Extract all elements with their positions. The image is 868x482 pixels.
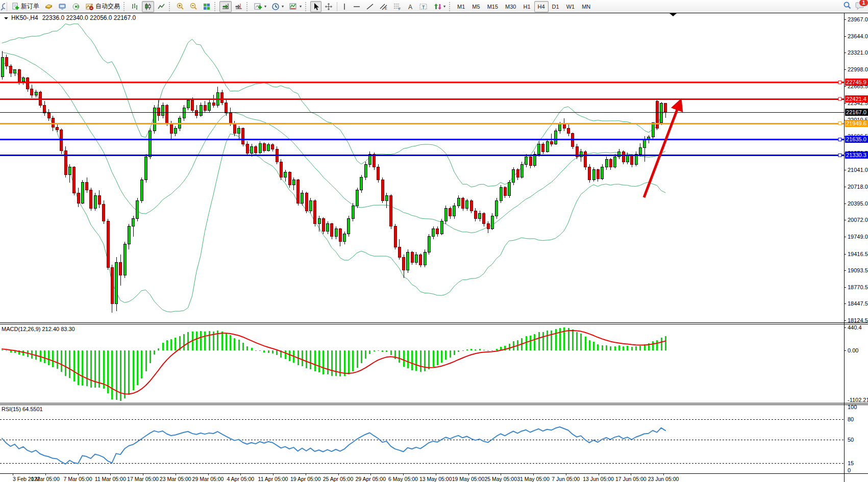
fibonacci-tool-button[interactable]: F	[391, 1, 404, 12]
indicators-icon	[254, 3, 262, 11]
templates-button[interactable]: ▾	[287, 1, 304, 12]
hline-price-tag[interactable]: 22421.4	[845, 95, 868, 103]
text-icon: A	[407, 3, 414, 11]
bar-chart-type-button[interactable]	[129, 1, 141, 12]
autotrading-icon	[85, 3, 94, 11]
timeframe-button-m15[interactable]: M15	[484, 1, 502, 12]
notification-icon[interactable]: 1	[855, 1, 865, 12]
horizontal-line-tool-button[interactable]	[351, 1, 363, 12]
fibonacci-icon: F	[393, 3, 402, 11]
cursor-icon	[312, 3, 319, 11]
time-axis-label: 19 May 05:00	[452, 476, 485, 482]
indicators-button[interactable]: ▾	[252, 1, 268, 12]
svg-text:21635.0: 21635.0	[846, 136, 866, 142]
time-axis-label: 4 Apr 05:00	[227, 476, 254, 482]
timeframe-button-d1[interactable]: D1	[549, 1, 563, 12]
line-chart-icon	[157, 3, 165, 11]
timeframe-button-m1[interactable]: M1	[454, 1, 468, 12]
svg-text:E: E	[385, 7, 387, 10]
timeframe-button-h1[interactable]: H1	[519, 1, 534, 12]
equidistant-channel-icon: E	[379, 3, 388, 11]
new-chart-icon[interactable]	[0, 3, 5, 11]
periods-clock-icon	[271, 3, 280, 11]
timeframe-button-mn[interactable]: MN	[578, 1, 594, 12]
timeframe-button-w1[interactable]: W1	[563, 1, 579, 12]
line-chart-type-button[interactable]	[155, 1, 167, 12]
time-axis-label: 31 May 05:00	[517, 476, 550, 482]
svg-text:T: T	[422, 4, 425, 9]
hline-anchor[interactable]	[838, 122, 841, 125]
hline-anchor[interactable]	[838, 154, 841, 157]
rsi-axis-label: 0	[848, 467, 851, 473]
svg-text:21949.6: 21949.6	[846, 120, 866, 126]
new-order-label: 新订单	[21, 2, 39, 11]
cursor-tool-button[interactable]	[310, 1, 321, 12]
price-axis-label: 20718.0	[848, 184, 868, 190]
candlestick-chart-type-button[interactable]	[142, 1, 154, 12]
price-axis-label: 20072.0	[848, 217, 868, 223]
arrows-icon	[433, 3, 441, 11]
hline-anchor[interactable]	[838, 97, 841, 100]
rsi-axis-label: 80	[848, 416, 854, 422]
zoom-out-button[interactable]	[187, 1, 200, 12]
chart-shift-marker[interactable]	[669, 13, 677, 16]
autotrading-label: 自动交易	[95, 2, 120, 11]
chart-ohlc: 22336.0 22340.0 22056.0 22167.0	[42, 14, 136, 21]
hline-price-tag[interactable]: 21330.3	[845, 151, 868, 159]
svg-text:HK50-,H422336.0 22340.0 22056.: HK50-,H422336.0 22340.0 22056.0 22167.0	[11, 14, 136, 21]
svg-text:22745.9: 22745.9	[846, 79, 866, 85]
chevron-down-icon: ▾	[300, 4, 302, 9]
price-axis-label: 23644.0	[848, 33, 868, 39]
vertical-line-icon	[341, 3, 348, 11]
hline-price-tag[interactable]: 22167.0	[845, 109, 868, 116]
timeframe-button-m30[interactable]: M30	[502, 1, 519, 12]
gold-book-icon	[44, 3, 53, 11]
rsi-axis-label: 100	[848, 404, 857, 410]
time-axis-label: 13 Jun 05:00	[583, 476, 614, 482]
tile-windows-button[interactable]	[201, 1, 213, 12]
time-axis-label: 25 May 05:00	[484, 476, 517, 482]
time-axis-label: 11 Mar 05:00	[95, 476, 126, 482]
trendline-tool-button[interactable]	[364, 1, 376, 12]
timeframe-button-h4[interactable]: H4	[534, 1, 549, 12]
text-label-tool-button[interactable]: T	[417, 1, 430, 12]
time-axis-label: 11 Apr 05:00	[258, 476, 288, 482]
new-order-button[interactable]: 新订单	[9, 1, 41, 12]
autotrading-button[interactable]: 自动交易	[83, 1, 122, 12]
chart-area[interactable]: 23967.023644.023321.022998.022665.522342…	[0, 13, 868, 482]
arrows-tool-button[interactable]: ▾	[431, 1, 448, 12]
time-axis-label: 23 Jun 05:00	[648, 476, 679, 482]
rsi-axis-label: 50	[848, 437, 854, 443]
channel-tool-button[interactable]: E	[377, 1, 390, 12]
svg-text:F: F	[399, 7, 401, 11]
terminal-icon	[58, 3, 67, 11]
market-button[interactable]	[42, 1, 55, 12]
auto-scroll-button[interactable]	[219, 1, 232, 12]
svg-text:A: A	[408, 3, 412, 10]
crosshair-tool-button[interactable]	[323, 1, 335, 12]
time-axis-label: 23 Mar 05:00	[160, 476, 191, 482]
hline-anchor[interactable]	[838, 138, 841, 141]
hline-price-tag[interactable]: 22745.9	[845, 79, 868, 86]
text-tool-button[interactable]: A	[405, 1, 416, 12]
chart-shift-button[interactable]	[233, 1, 245, 12]
signals-button[interactable]	[70, 1, 82, 12]
signals-icon	[72, 3, 80, 11]
periods-button[interactable]: ▾	[269, 1, 286, 12]
timeframe-button-m5[interactable]: M5	[468, 1, 483, 12]
hline-price-tag[interactable]: 21635.0	[845, 136, 868, 143]
zoom-in-button[interactable]	[174, 1, 186, 12]
terminal-button[interactable]	[56, 1, 69, 12]
notification-badge: 1	[859, 0, 868, 7]
mt4-terminal-window: { "toolbar": { "new_order_label": "新订单",…	[0, 0, 868, 482]
templates-icon	[289, 3, 297, 11]
crosshair-icon	[325, 3, 333, 11]
vertical-line-tool-button[interactable]	[339, 1, 350, 12]
hline-anchor[interactable]	[838, 81, 841, 84]
macd-label: MACD(12,26,9) 212.40 83.30	[2, 326, 75, 332]
search-icon[interactable]	[842, 1, 852, 12]
tile-windows-icon	[203, 3, 211, 11]
hline-price-tag[interactable]: 21949.6	[845, 120, 868, 127]
macd-axis-min: -1102.21	[848, 397, 868, 403]
price-axis-label: 20395.0	[848, 200, 868, 207]
